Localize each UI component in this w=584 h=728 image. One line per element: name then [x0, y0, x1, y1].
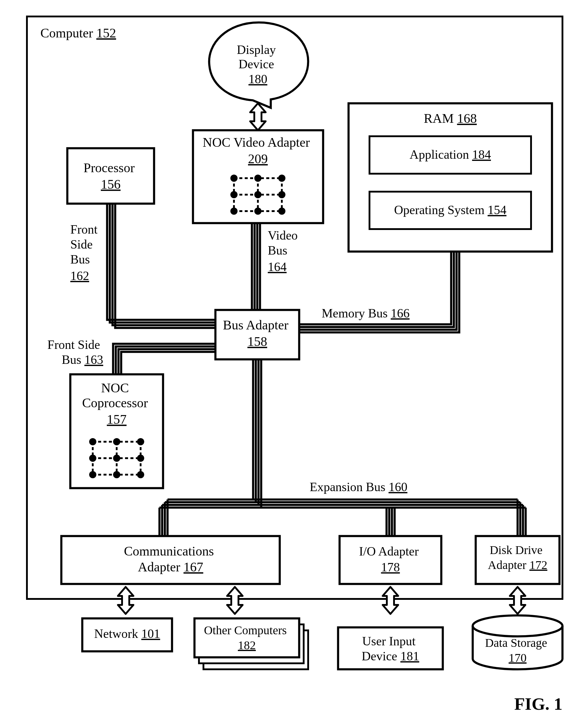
disk-drive-adapter-ref: 172 [529, 558, 547, 572]
display-device-ref: 180 [249, 72, 268, 86]
io-adapter-ref: 178 [381, 560, 400, 574]
other-computers-ref: 182 [238, 639, 256, 652]
other-computers-label: Other Computers [204, 623, 287, 637]
os-ref: 154 [488, 203, 506, 217]
memory-bus-label: Memory Bus 166 [322, 306, 410, 320]
display-device-label1: Display [237, 43, 276, 57]
io-adapter-box [339, 536, 441, 584]
user-input-device-box [338, 627, 443, 669]
data-storage-ref: 170 [509, 651, 527, 665]
noc-video-adapter-label: NOC Video Adapter [202, 135, 310, 150]
noc-coprocessor-label2: Coprocessor [82, 396, 148, 410]
application-ref: 184 [472, 148, 491, 161]
svg-text:Application  184: Application 184 [410, 148, 491, 161]
ram-ref: 168 [457, 111, 477, 126]
network-ref: 101 [141, 627, 160, 641]
disk-drive-adapter-label1: Disk Drive [490, 543, 543, 557]
figure-label: FIG. 1 [514, 694, 562, 713]
noc-video-adapter-ref: 209 [248, 152, 268, 166]
os-label: Operating System [394, 203, 484, 217]
computer-label: Computer [40, 26, 93, 41]
data-storage-label: Data Storage [485, 636, 547, 650]
bus-adapter-label: Bus Adapter [223, 318, 288, 332]
display-device-label2: Device [239, 57, 274, 71]
disk-drive-adapter-label2: Adapter [488, 558, 527, 572]
noc-coprocessor-ref: 157 [107, 412, 127, 427]
processor-ref: 156 [101, 177, 120, 192]
communications-adapter-label2: Adapter [138, 560, 180, 574]
application-label: Application [410, 148, 469, 161]
user-input-device-ref: 181 [400, 649, 419, 663]
noc-coprocessor-label1: NOC [101, 381, 129, 395]
svg-text:RAM  168: RAM 168 [424, 111, 477, 126]
svg-text:Network  101: Network 101 [94, 627, 160, 641]
computer-ref: 152 [96, 26, 116, 41]
processor-label: Processor [83, 160, 135, 175]
communications-adapter-label1: Communications [124, 544, 214, 558]
bus-adapter-ref: 158 [247, 334, 267, 349]
network-label: Network [94, 627, 138, 641]
expansion-bus-label: Expansion Bus 160 [310, 480, 408, 494]
svg-text:Computer 152: Computer 152 [40, 26, 116, 41]
user-input-device-label2: Device [362, 649, 397, 663]
io-adapter-label: I/O Adapter [359, 544, 419, 558]
communications-adapter-ref: 167 [184, 560, 203, 574]
processor-box [67, 148, 154, 204]
user-input-device-label1: User Input [362, 634, 416, 648]
svg-text:Operating System  154: Operating System 154 [394, 203, 506, 217]
ram-label: RAM [424, 111, 453, 126]
